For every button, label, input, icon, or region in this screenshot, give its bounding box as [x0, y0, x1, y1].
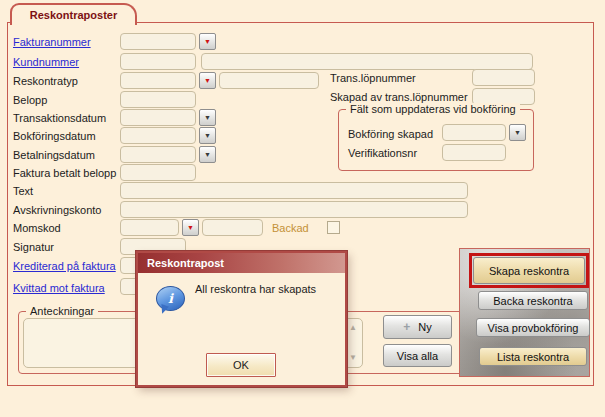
- anteckningar-groupbox-label: Anteckningar: [26, 305, 98, 318]
- ok-button-label: OK: [233, 359, 249, 371]
- skapa-reskontra-label: Skapa reskontra: [489, 265, 569, 277]
- reskontratyp-field[interactable]: [120, 72, 196, 89]
- dropdown-glyph: ▼: [204, 114, 211, 121]
- scroll-down-arrow-icon[interactable]: ▼: [349, 354, 357, 362]
- visa-alla-button-label: Visa alla: [397, 350, 438, 362]
- ok-button[interactable]: OK: [206, 353, 276, 377]
- fakturanummer-field[interactable]: [120, 33, 196, 50]
- backa-reskontra-button[interactable]: Backa reskontra: [478, 291, 588, 310]
- signatur-label: Signatur: [13, 240, 54, 254]
- reskontraposter-window: Reskontraposter Fakturanummer ▼ Kundnumm…: [0, 0, 605, 417]
- info-balloon-icon: i: [156, 286, 185, 311]
- momskod-field[interactable]: [120, 219, 179, 236]
- dialog-title: Reskontrapost: [147, 257, 224, 269]
- faktura-betalt-belopp-label: Faktura betalt belopp: [13, 166, 116, 180]
- bokforing-skapad-dropdown-arrow-icon[interactable]: ▼: [509, 124, 526, 141]
- text-label: Text: [13, 184, 33, 198]
- reskontrapost-dialog: Reskontrapost i All reskontra har skapat…: [136, 251, 347, 387]
- bokforing-groupbox-label: Fält som uppdateras vid bokföring: [346, 103, 520, 116]
- reskontratyp-label: Reskontratyp: [13, 74, 78, 88]
- momskod-dropdown-arrow-icon[interactable]: ▼: [182, 219, 199, 236]
- lista-reskontra-button[interactable]: Lista reskontra: [479, 347, 587, 366]
- dropdown-glyph: ▼: [204, 77, 211, 84]
- bokforingsdatum-label: Bokföringsdatum: [13, 129, 96, 143]
- transaktionsdatum-field[interactable]: [120, 109, 196, 126]
- kundnummer-field[interactable]: [120, 53, 196, 70]
- tab-label: Reskontraposter: [30, 9, 117, 21]
- kundnummer-name-field[interactable]: [201, 53, 533, 70]
- skapa-reskontra-button[interactable]: Skapa reskontra: [473, 257, 585, 284]
- betalningsdatum-label: Betalningsdatum: [13, 148, 95, 162]
- kundnummer-link[interactable]: Kundnummer: [13, 55, 79, 69]
- dialog-message: All reskontra har skapats: [195, 282, 316, 296]
- dropdown-glyph: ▼: [187, 224, 194, 231]
- dropdown-glyph: ▼: [204, 38, 211, 45]
- trans-lopnummer-field[interactable]: [472, 69, 535, 86]
- dropdown-glyph: ▼: [514, 129, 521, 136]
- tab-reskontraposter[interactable]: Reskontraposter: [10, 3, 137, 25]
- visa-provbokforing-label: Visa provbokföring: [488, 322, 579, 334]
- dialog-titlebar[interactable]: Reskontrapost: [138, 253, 345, 273]
- backad-checkbox[interactable]: [327, 221, 340, 234]
- momskod-label: Momskod: [13, 221, 61, 235]
- bokforingsdatum-field[interactable]: [120, 127, 196, 144]
- reskontratyp-dropdown-arrow-icon[interactable]: ▼: [199, 72, 216, 89]
- verifikationsnr-field[interactable]: [442, 144, 506, 161]
- backad-label: Backad: [272, 221, 309, 235]
- visa-alla-button[interactable]: Visa alla: [383, 344, 452, 367]
- krediterad-pa-faktura-link[interactable]: Krediterad på faktura: [13, 259, 116, 273]
- scroll-up-arrow-icon[interactable]: ▲: [349, 324, 357, 332]
- kvittad-mot-faktura-link[interactable]: Kvittad mot faktura: [13, 281, 105, 295]
- belopp-label: Belopp: [13, 93, 47, 107]
- dropdown-glyph: ▼: [204, 132, 211, 139]
- dropdown-glyph: ▼: [204, 151, 211, 158]
- momskod-name-field[interactable]: [202, 219, 263, 236]
- belopp-field[interactable]: [120, 91, 196, 108]
- bokforingsdatum-dropdown-arrow-icon[interactable]: ▼: [199, 127, 216, 144]
- skapad-av-trans-lopnummer-label: Skapad av trans.löpnummer: [330, 90, 468, 104]
- reskontratyp-name-field[interactable]: [219, 72, 319, 89]
- faktura-betalt-belopp-field[interactable]: [120, 164, 196, 181]
- text-field[interactable]: [120, 182, 468, 199]
- trans-lopnummer-label: Trans.löpnummer: [330, 71, 416, 85]
- avskrivningskonto-label: Avskrivningskonto: [13, 203, 101, 217]
- fakturanummer-link[interactable]: Fakturanummer: [13, 35, 91, 49]
- ny-button[interactable]: + Ny: [383, 315, 452, 339]
- bokforing-skapad-label: Bokföring skapad: [348, 127, 433, 141]
- verifikationsnr-label: Verifikationsnr: [348, 146, 417, 160]
- ny-button-label: Ny: [418, 321, 431, 333]
- info-glyph: i: [168, 291, 173, 306]
- backa-reskontra-label: Backa reskontra: [493, 295, 572, 307]
- bokforing-skapad-field[interactable]: [442, 124, 506, 141]
- fakturanummer-dropdown-arrow-icon[interactable]: ▼: [199, 33, 216, 50]
- visa-provbokforing-button[interactable]: Visa provbokföring: [476, 318, 590, 337]
- betalningsdatum-field[interactable]: [120, 146, 196, 163]
- action-button-panel: Skapa reskontra Backa reskontra Visa pro…: [459, 248, 590, 377]
- lista-reskontra-label: Lista reskontra: [497, 351, 569, 363]
- transaktionsdatum-dropdown-arrow-icon[interactable]: ▼: [199, 109, 216, 126]
- betalningsdatum-dropdown-arrow-icon[interactable]: ▼: [199, 146, 216, 163]
- transaktionsdatum-label: Transaktionsdatum: [13, 111, 106, 125]
- plus-icon: +: [403, 320, 410, 334]
- avskrivningskonto-field[interactable]: [120, 201, 468, 218]
